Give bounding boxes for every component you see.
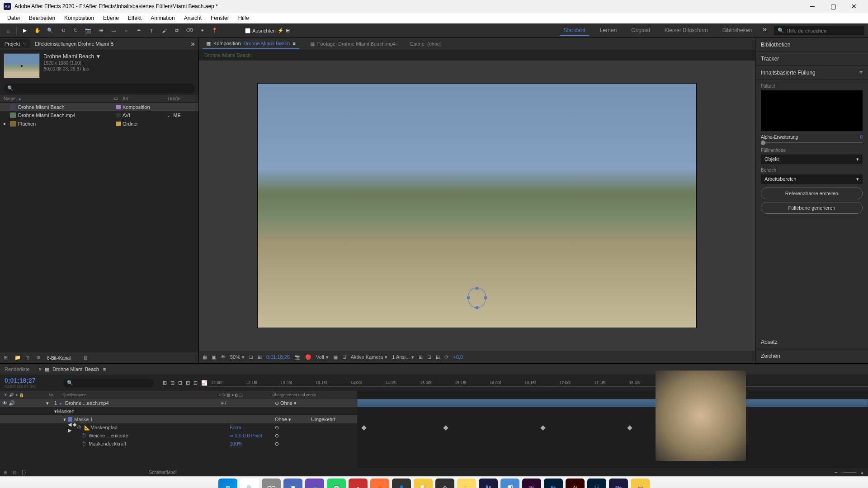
mask-opacity-value[interactable]: 100% — [230, 441, 275, 446]
adjustment-icon[interactable]: ◐ — [235, 393, 238, 398]
color-label[interactable] — [116, 105, 121, 109]
expression-icon[interactable]: 📐 — [84, 425, 90, 431]
taskbar-app[interactable]: 📹 — [305, 479, 324, 488]
taskbar-premiere[interactable]: Pr — [522, 479, 541, 488]
menu-hilfe[interactable]: Hilfe — [235, 14, 253, 22]
transparency-grid-icon[interactable]: ▣ — [212, 354, 216, 360]
menu-effekt[interactable]: Effekt — [124, 14, 145, 22]
menu-bearbeiten[interactable]: Bearbeiten — [25, 14, 59, 22]
eraser-tool-icon[interactable]: ⌫ — [185, 26, 194, 35]
taskbar-after-effects[interactable]: Ae — [479, 479, 498, 488]
new-folder-icon[interactable]: 📁 — [14, 355, 22, 361]
clone-tool-icon[interactable]: ⧉ — [172, 26, 181, 35]
stopwatch-icon[interactable]: ⏱ — [81, 433, 87, 438]
motion-blur-col-icon[interactable]: ● — [231, 393, 234, 398]
frame-blend-icon[interactable]: ⊞ — [186, 380, 190, 386]
timeline-timecode[interactable]: 0;01;18;27 — [5, 377, 59, 384]
camera-tool-icon[interactable]: 📷 — [84, 26, 93, 35]
help-search[interactable]: 🔍 Hilfe durchsuchen — [774, 26, 864, 35]
motion-blur-icon[interactable]: ⊡ — [193, 380, 198, 386]
menu-komposition[interactable]: Komposition — [61, 14, 98, 22]
mask-color-swatch[interactable] — [68, 417, 72, 422]
mask-expand-icon[interactable]: ▾ — [63, 417, 66, 422]
bpc-icon[interactable]: ⚙ — [36, 355, 43, 361]
mask-path-prop[interactable]: ◀ ◆ ▶ ⏱ 📐 Maskenpfad Form... ⊙ — [0, 423, 357, 432]
views-dropdown[interactable]: 1 Ansi... ▾ — [392, 354, 414, 360]
exposure-value[interactable]: +0,0 — [453, 354, 463, 360]
tab-renderlist[interactable]: Renderliste — [0, 365, 34, 374]
comp-title[interactable]: Drohne Miami Beach ▼ — [43, 53, 101, 60]
alpha-expansion-value[interactable]: 0 — [860, 135, 863, 140]
mask-vertex-top[interactable] — [476, 287, 478, 290]
color-label[interactable] — [116, 113, 121, 117]
panel-tracker[interactable]: Tracker — [755, 52, 868, 66]
alpha-expansion-slider[interactable] — [761, 142, 863, 143]
create-reference-frame-button[interactable]: Referenzframe erstellen — [761, 188, 863, 199]
toggle-switches-icon[interactable]: ⊞ — [4, 470, 7, 475]
solo-toggle-icon[interactable]: ● — [15, 393, 18, 397]
rotate-tool-icon[interactable]: ↻ — [71, 26, 80, 35]
mask-vertex-bottom[interactable] — [476, 306, 478, 309]
timeline-icon[interactable]: ⊡ — [427, 354, 431, 360]
zoom-tool-icon[interactable]: 🔍 — [46, 26, 55, 35]
menu-animation[interactable]: Animation — [147, 14, 178, 22]
video-toggle-icon[interactable]: 👁 — [4, 393, 8, 397]
taskbar-app[interactable]: 👤 — [392, 479, 411, 488]
project-item-footage[interactable]: Drohne Miami Beach.mp4 AVI ... ME — [0, 111, 198, 119]
text-tool-icon[interactable]: T — [147, 26, 156, 35]
flowchart-icon[interactable]: ⊞ — [436, 354, 440, 360]
project-search[interactable]: 🔍 — [4, 84, 195, 93]
taskbar-firefox[interactable]: 🦊 — [370, 479, 389, 488]
timeline-ruler[interactable]: 12:00f 12:15f 13:00f 13:15f 14:00f 14:15… — [208, 379, 868, 387]
trash-icon[interactable]: 🗑 — [83, 355, 90, 361]
resolution-dropdown[interactable]: Voll ▾ — [316, 354, 329, 360]
masks-group[interactable]: ▾ Masken — [0, 407, 357, 415]
expand-icon[interactable]: ▸ — [4, 121, 10, 127]
parent-pickwhip-icon[interactable]: ⊙ — [275, 400, 279, 406]
layer-video-toggle[interactable]: 👁 — [2, 400, 7, 406]
taskbar-app[interactable]: 📦 — [631, 479, 650, 488]
panel-bibliotheken[interactable]: Bibliotheken — [755, 38, 868, 52]
hand-tool-icon[interactable]: ✋ — [33, 26, 42, 35]
snap-options-icon[interactable]: ⚡ — [278, 28, 284, 33]
panel-absatz[interactable]: Absatz — [755, 335, 868, 349]
mask-outline[interactable] — [468, 288, 486, 308]
menu-datei[interactable]: Datei — [4, 14, 24, 22]
fx-icon[interactable]: fx — [222, 393, 226, 398]
mask-visibility-icon[interactable]: 👁 — [221, 354, 226, 360]
puppet-tool-icon[interactable]: 📍 — [210, 26, 219, 35]
tab-project[interactable]: Projekt≡ — [0, 39, 30, 48]
close-button[interactable]: ✕ — [844, 0, 864, 13]
lock-toggle-icon[interactable]: 🔒 — [19, 393, 24, 397]
timeline-layer-1[interactable]: 👁 🔊 ▾ 1 ▸ Drohne ...each.mp4 ⚹/ ⊙ Ohne ▾ — [0, 399, 357, 407]
constrain-icon[interactable]: ∞ — [230, 433, 233, 438]
mask-path-value[interactable]: Form... — [230, 425, 275, 430]
col-name[interactable]: Name — [4, 96, 16, 101]
taskbar-photoshop[interactable]: Ps — [544, 479, 563, 488]
workspace-bibliotheken[interactable]: Bibliotheken — [719, 25, 755, 36]
bpc-label[interactable]: 8-Bit-/Kanal — [47, 356, 71, 361]
zoom-out-icon[interactable]: ━ — [835, 470, 837, 475]
zoom-in-icon[interactable]: ▲ — [860, 470, 864, 475]
layer-audio-toggle[interactable]: 🔊 — [9, 400, 15, 406]
magnification-icon[interactable]: ▦ — [203, 354, 207, 360]
video-preview[interactable] — [258, 84, 696, 328]
roto-tool-icon[interactable]: ✦ — [198, 26, 207, 35]
menu-ebene[interactable]: Ebene — [99, 14, 123, 22]
taskbar-whatsapp[interactable]: 💬 — [327, 479, 346, 488]
brush-tool-icon[interactable]: 🖌 — [160, 26, 169, 35]
pixel-aspect-icon[interactable]: ⊞ — [419, 354, 423, 360]
taskbar-app[interactable]: ▦ — [283, 479, 302, 488]
project-item-comp[interactable]: Drohne Miami Beach Komposition — [0, 103, 198, 111]
frame-blend-col-icon[interactable]: ▦ — [226, 393, 231, 398]
mask-vertex-right[interactable] — [484, 296, 487, 299]
taskbar-app[interactable]: 📊 — [500, 479, 519, 488]
orbit-tool-icon[interactable]: ⟲ — [58, 26, 67, 35]
new-comp-icon[interactable]: ⊡ — [25, 355, 33, 361]
mask-feather-prop[interactable]: ⏱ Weiche ...enkante ∞ 0,0,0,0 Pixel ⊙ — [0, 432, 357, 440]
taskbar-start[interactable]: ⊞ — [218, 479, 237, 488]
col-label-icon[interactable]: 🏷 — [113, 96, 123, 101]
composition-viewer[interactable] — [199, 61, 755, 351]
workspace-standard[interactable]: Standard — [560, 25, 589, 36]
mask-inverted-label[interactable]: Umgekehrt — [311, 417, 356, 422]
